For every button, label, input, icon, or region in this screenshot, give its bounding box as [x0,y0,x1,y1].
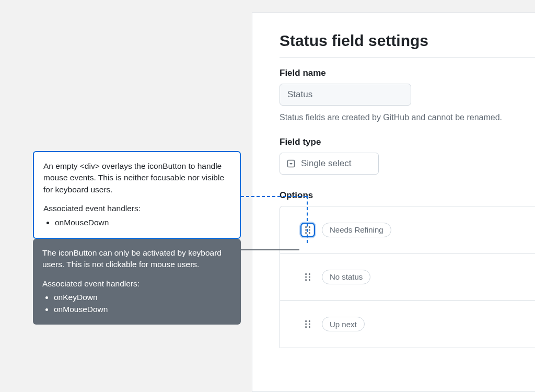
svg-point-17 [305,326,307,328]
callout-handler-item: onMouseDown [54,304,231,315]
svg-point-12 [309,279,310,281]
svg-point-11 [305,279,307,281]
callout-handler-item: onKeyDown [54,292,231,303]
status-field-settings-panel: Status field settings Field name Status … [252,13,535,392]
callout-text: The iconButton can only be activated by … [42,247,231,271]
svg-point-7 [305,273,307,274]
option-pill[interactable]: Up next [322,317,365,331]
callout-text: An empty <div> overlays the iconButton t… [43,160,230,195]
svg-point-2 [309,226,310,227]
field-name-value: Status [287,89,312,100]
callout-handlers-label: Associated event handlers: [43,203,230,214]
svg-point-4 [309,229,310,230]
field-name-label: Field name [280,68,535,78]
field-type-select[interactable]: Single select [280,153,379,175]
drag-handle-icon[interactable] [302,224,313,236]
callout-handlers-list: onKeyDown onMouseDown [42,292,231,315]
svg-point-1 [305,226,307,227]
option-row: Up next [280,301,535,348]
iconbutton-callout: The iconButton can only be activated by … [33,239,241,325]
svg-point-18 [309,326,310,328]
options-label: Options [280,190,535,201]
svg-point-16 [309,323,310,325]
single-select-icon [286,159,296,168]
callout-handlers-list: onMouseDown [43,217,230,228]
svg-point-6 [309,232,310,234]
svg-point-10 [309,276,310,278]
field-type-label: Field type [280,137,535,147]
options-list: Needs Refining No status Up next [280,206,535,348]
drag-handle-icon[interactable] [302,271,313,283]
field-name-input[interactable]: Status [280,84,411,106]
option-row: Needs Refining [280,206,535,253]
callout-handlers-label: Associated event handlers: [42,278,231,290]
svg-point-3 [305,229,307,230]
svg-point-13 [305,320,307,322]
drag-handle-icon[interactable] [302,318,313,330]
option-row: No status [280,253,535,301]
field-name-helper: Status fields are created by GitHub and … [280,113,535,122]
panel-title: Status field settings [280,32,535,57]
svg-point-14 [309,320,310,322]
svg-point-8 [309,273,310,274]
field-type-value: Single select [301,158,351,169]
option-pill[interactable]: Needs Refining [322,223,391,237]
svg-point-9 [305,276,307,278]
callout-handler-item: onMouseDown [55,217,230,228]
overlay-callout: An empty <div> overlays the iconButton t… [33,151,241,239]
svg-point-15 [305,323,307,325]
svg-point-5 [305,232,307,234]
option-pill[interactable]: No status [322,270,370,284]
